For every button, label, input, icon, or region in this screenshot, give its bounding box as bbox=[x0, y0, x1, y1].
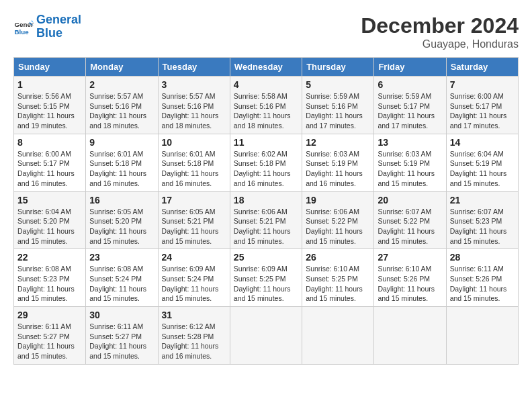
day-number: 22 bbox=[17, 252, 82, 263]
day-cell: 15Sunrise: 6:04 AMSunset: 5:20 PMDayligh… bbox=[14, 191, 86, 249]
day-info: Sunrise: 6:10 AMSunset: 5:26 PMDaylight:… bbox=[378, 264, 442, 304]
day-cell: 21Sunrise: 6:07 AMSunset: 5:23 PMDayligh… bbox=[446, 191, 518, 249]
day-info: Sunrise: 6:01 AMSunset: 5:18 PMDaylight:… bbox=[162, 149, 226, 189]
day-info: Sunrise: 6:06 AMSunset: 5:22 PMDaylight:… bbox=[306, 207, 370, 246]
day-number: 3 bbox=[162, 79, 226, 90]
day-cell: 25Sunrise: 6:09 AMSunset: 5:25 PMDayligh… bbox=[230, 249, 302, 307]
day-number: 20 bbox=[378, 195, 442, 205]
calendar-body: 1Sunrise: 5:56 AMSunset: 5:15 PMDaylight… bbox=[14, 77, 519, 365]
day-cell: 14Sunrise: 6:04 AMSunset: 5:19 PMDayligh… bbox=[446, 134, 518, 191]
day-cell: 11Sunrise: 6:02 AMSunset: 5:18 PMDayligh… bbox=[230, 134, 302, 191]
day-cell: 29Sunrise: 6:11 AMSunset: 5:27 PMDayligh… bbox=[14, 307, 86, 365]
day-number: 10 bbox=[162, 137, 226, 148]
week-row-2: 8Sunrise: 6:00 AMSunset: 5:17 PMDaylight… bbox=[14, 134, 519, 191]
day-number: 27 bbox=[378, 252, 442, 263]
day-info: Sunrise: 6:11 AMSunset: 5:27 PMDaylight:… bbox=[17, 322, 82, 361]
logo-icon: General Blue bbox=[13, 17, 34, 37]
week-row-3: 15Sunrise: 6:04 AMSunset: 5:20 PMDayligh… bbox=[14, 191, 519, 249]
day-cell: 6Sunrise: 5:59 AMSunset: 5:17 PMDaylight… bbox=[374, 77, 446, 134]
day-number: 5 bbox=[306, 79, 370, 90]
day-number: 31 bbox=[162, 310, 226, 320]
day-number: 30 bbox=[89, 310, 154, 320]
title-block: December 2024 Guayape, Honduras bbox=[361, 13, 519, 50]
day-info: Sunrise: 6:00 AMSunset: 5:17 PMDaylight:… bbox=[17, 149, 82, 189]
day-info: Sunrise: 6:06 AMSunset: 5:21 PMDaylight:… bbox=[234, 207, 298, 246]
header-cell-friday: Friday bbox=[374, 58, 446, 77]
calendar-header-row: SundayMondayTuesdayWednesdayThursdayFrid… bbox=[14, 58, 519, 77]
day-info: Sunrise: 6:12 AMSunset: 5:28 PMDaylight:… bbox=[162, 322, 226, 361]
day-info: Sunrise: 6:00 AMSunset: 5:17 PMDaylight:… bbox=[450, 91, 515, 131]
day-cell: 10Sunrise: 6:01 AMSunset: 5:18 PMDayligh… bbox=[158, 134, 230, 191]
day-number: 21 bbox=[450, 195, 515, 205]
day-number: 2 bbox=[89, 79, 154, 90]
day-cell: 13Sunrise: 6:03 AMSunset: 5:19 PMDayligh… bbox=[374, 134, 446, 191]
week-row-4: 22Sunrise: 6:08 AMSunset: 5:23 PMDayligh… bbox=[14, 249, 519, 307]
day-number: 26 bbox=[306, 252, 370, 263]
day-info: Sunrise: 6:07 AMSunset: 5:23 PMDaylight:… bbox=[450, 207, 515, 246]
day-cell: 23Sunrise: 6:08 AMSunset: 5:24 PMDayligh… bbox=[86, 249, 158, 307]
header-cell-monday: Monday bbox=[86, 58, 158, 77]
day-number: 24 bbox=[162, 252, 226, 263]
day-info: Sunrise: 6:05 AMSunset: 5:20 PMDaylight:… bbox=[89, 207, 154, 246]
day-number: 18 bbox=[234, 195, 298, 205]
day-cell: 3Sunrise: 5:57 AMSunset: 5:16 PMDaylight… bbox=[158, 77, 230, 134]
day-cell: 7Sunrise: 6:00 AMSunset: 5:17 PMDaylight… bbox=[446, 77, 518, 134]
day-number: 16 bbox=[89, 195, 154, 205]
day-number: 8 bbox=[17, 137, 82, 148]
day-info: Sunrise: 5:58 AMSunset: 5:16 PMDaylight:… bbox=[234, 91, 298, 131]
header-cell-saturday: Saturday bbox=[446, 58, 518, 77]
day-cell: 12Sunrise: 6:03 AMSunset: 5:19 PMDayligh… bbox=[302, 134, 374, 191]
day-cell: 8Sunrise: 6:00 AMSunset: 5:17 PMDaylight… bbox=[14, 134, 86, 191]
day-number: 14 bbox=[450, 137, 515, 148]
day-cell: 20Sunrise: 6:07 AMSunset: 5:22 PMDayligh… bbox=[374, 191, 446, 249]
day-number: 4 bbox=[234, 79, 298, 90]
day-cell bbox=[302, 307, 374, 365]
day-info: Sunrise: 5:59 AMSunset: 5:16 PMDaylight:… bbox=[306, 91, 370, 131]
day-info: Sunrise: 5:57 AMSunset: 5:16 PMDaylight:… bbox=[162, 91, 226, 131]
day-cell: 1Sunrise: 5:56 AMSunset: 5:15 PMDaylight… bbox=[14, 77, 86, 134]
day-info: Sunrise: 6:01 AMSunset: 5:18 PMDaylight:… bbox=[89, 149, 154, 189]
day-cell: 2Sunrise: 5:57 AMSunset: 5:16 PMDaylight… bbox=[86, 77, 158, 134]
day-cell bbox=[446, 307, 518, 365]
day-number: 28 bbox=[450, 252, 515, 263]
day-number: 15 bbox=[17, 195, 82, 205]
day-cell: 5Sunrise: 5:59 AMSunset: 5:16 PMDaylight… bbox=[302, 77, 374, 134]
day-number: 17 bbox=[162, 195, 226, 205]
day-cell: 19Sunrise: 6:06 AMSunset: 5:22 PMDayligh… bbox=[302, 191, 374, 249]
day-info: Sunrise: 6:04 AMSunset: 5:20 PMDaylight:… bbox=[17, 207, 82, 246]
day-info: Sunrise: 6:05 AMSunset: 5:21 PMDaylight:… bbox=[162, 207, 226, 246]
day-number: 7 bbox=[450, 79, 515, 90]
day-cell bbox=[230, 307, 302, 365]
day-number: 11 bbox=[234, 137, 298, 148]
day-cell: 18Sunrise: 6:06 AMSunset: 5:21 PMDayligh… bbox=[230, 191, 302, 249]
header-cell-sunday: Sunday bbox=[14, 58, 86, 77]
header-cell-wednesday: Wednesday bbox=[230, 58, 302, 77]
logo-text: GeneralBlue bbox=[36, 13, 81, 40]
day-info: Sunrise: 5:59 AMSunset: 5:17 PMDaylight:… bbox=[378, 91, 442, 131]
page-header: General Blue GeneralBlue December 2024 G… bbox=[13, 13, 519, 50]
day-info: Sunrise: 6:02 AMSunset: 5:18 PMDaylight:… bbox=[234, 149, 298, 189]
day-cell: 27Sunrise: 6:10 AMSunset: 5:26 PMDayligh… bbox=[374, 249, 446, 307]
day-cell: 26Sunrise: 6:10 AMSunset: 5:25 PMDayligh… bbox=[302, 249, 374, 307]
calendar-table: SundayMondayTuesdayWednesdayThursdayFrid… bbox=[13, 57, 519, 365]
day-number: 6 bbox=[378, 79, 442, 90]
day-info: Sunrise: 6:08 AMSunset: 5:23 PMDaylight:… bbox=[17, 264, 82, 304]
day-info: Sunrise: 6:10 AMSunset: 5:25 PMDaylight:… bbox=[306, 264, 370, 304]
day-number: 23 bbox=[89, 252, 154, 263]
day-info: Sunrise: 6:11 AMSunset: 5:26 PMDaylight:… bbox=[450, 264, 515, 304]
day-cell: 31Sunrise: 6:12 AMSunset: 5:28 PMDayligh… bbox=[158, 307, 230, 365]
day-cell: 30Sunrise: 6:11 AMSunset: 5:27 PMDayligh… bbox=[86, 307, 158, 365]
day-info: Sunrise: 5:57 AMSunset: 5:16 PMDaylight:… bbox=[89, 91, 154, 131]
day-cell: 28Sunrise: 6:11 AMSunset: 5:26 PMDayligh… bbox=[446, 249, 518, 307]
day-info: Sunrise: 6:04 AMSunset: 5:19 PMDaylight:… bbox=[450, 149, 515, 189]
day-info: Sunrise: 6:03 AMSunset: 5:19 PMDaylight:… bbox=[378, 149, 442, 189]
day-cell: 16Sunrise: 6:05 AMSunset: 5:20 PMDayligh… bbox=[86, 191, 158, 249]
day-info: Sunrise: 6:09 AMSunset: 5:25 PMDaylight:… bbox=[234, 264, 298, 304]
day-cell: 4Sunrise: 5:58 AMSunset: 5:16 PMDaylight… bbox=[230, 77, 302, 134]
day-cell: 22Sunrise: 6:08 AMSunset: 5:23 PMDayligh… bbox=[14, 249, 86, 307]
header-cell-thursday: Thursday bbox=[302, 58, 374, 77]
week-row-1: 1Sunrise: 5:56 AMSunset: 5:15 PMDaylight… bbox=[14, 77, 519, 134]
day-info: Sunrise: 6:11 AMSunset: 5:27 PMDaylight:… bbox=[89, 322, 154, 361]
day-cell bbox=[374, 307, 446, 365]
day-number: 29 bbox=[17, 310, 82, 320]
